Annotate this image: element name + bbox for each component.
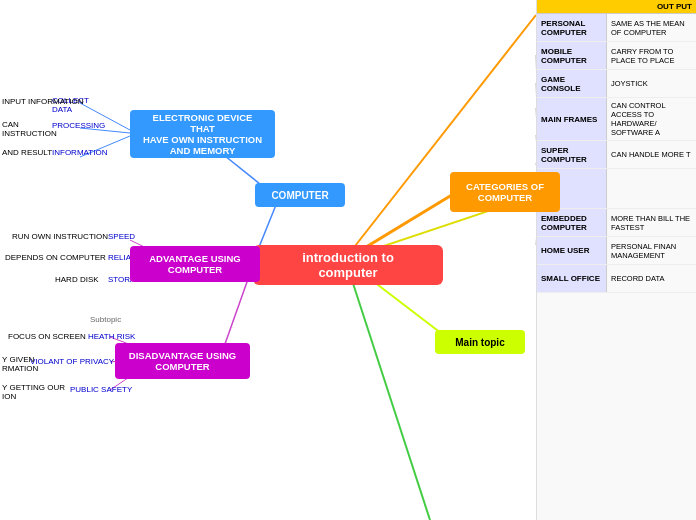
given-rmation-label: Y GIVEN RMATION: [2, 355, 38, 373]
rp-cell-super-right: CAN HANDLE MORE T: [607, 141, 696, 168]
rp-cell-super-left: SUPER COMPUTER: [537, 141, 607, 168]
computer-node[interactable]: COMPUTER: [255, 183, 345, 207]
rp-row-personal: PERSONAL COMPUTER SAME AS THE MEAN OF CO…: [537, 14, 696, 42]
advantage-node[interactable]: ADVANTAGE USING COMPUTER: [130, 246, 260, 282]
rp-cell-mainframes-left: MAIN FRAMES: [537, 98, 607, 140]
getting-our-label: Y GETTING OUR ION: [2, 383, 65, 401]
hard-disk-label: HARD DISK: [55, 275, 99, 284]
speed-label: SPEED: [108, 232, 135, 241]
subtopic-label: Subtopic: [90, 315, 121, 324]
rp-cell-home-left: HOME USER: [537, 237, 607, 264]
rp-cell-personal-left: PERSONAL COMPUTER: [537, 14, 607, 41]
rp-cell-small-office-right: RECORD DATA: [607, 265, 696, 292]
categories-node[interactable]: CATEGORIES OF COMPUTER: [450, 172, 560, 212]
rp-row-super: SUPER COMPUTER CAN HANDLE MORE T: [537, 141, 696, 169]
rp-cell-embedded-left: EMBEDDED COMPUTER: [537, 209, 607, 236]
right-panel: OUT PUT PERSONAL COMPUTER SAME AS THE ME…: [536, 0, 696, 520]
public-safety-label: PUBLIC SAFETY: [70, 385, 132, 394]
heath-risk-label: HEATH RISK: [88, 332, 135, 341]
svg-line-6: [348, 268, 430, 520]
can-instruction-label: CAN INSTRUCTION: [2, 120, 57, 138]
rp-row-mobile: MOBILE COMPUTER CARRY FROM TO PLACE TO P…: [537, 42, 696, 70]
rp-row-small-office: SMALL OFFICE RECORD DATA: [537, 265, 696, 293]
rp-row-game: GAME CONSOLE JOYSTICK: [537, 70, 696, 98]
focus-screen-label: FOCUS ON SCREEN: [8, 332, 86, 341]
rp-cell-embedded-right: MORE THAN BILL THE FASTEST: [607, 209, 696, 236]
output-label: OUT PUT: [537, 0, 696, 14]
rp-cell-mobile-left: MOBILE COMPUTER: [537, 42, 607, 69]
rp-cell-game-right: JOYSTICK: [607, 70, 696, 97]
rp-row-main-frames: MAIN FRAMES CAN CONTROL ACCESS TO HARDWA…: [537, 98, 696, 141]
rp-cell-mainframes-right: CAN CONTROL ACCESS TO HARDWARE/ SOFTWARE…: [607, 98, 696, 140]
rp-row-home: HOME USER PERSONAL FINAN MANAGEMENT: [537, 237, 696, 265]
rp-cell-home-right: PERSONAL FINAN MANAGEMENT: [607, 237, 696, 264]
disadvantage-node[interactable]: DISADVANTAGE USING COMPUTER: [115, 343, 250, 379]
rp-cell-game-left: GAME CONSOLE: [537, 70, 607, 97]
violant-label: VIOLANT OF PRIVACY: [30, 357, 114, 366]
main-topic-label-node[interactable]: Main topic: [435, 330, 525, 354]
mind-map-canvas: introduction to computer COMPUTER ELECTR…: [0, 0, 696, 520]
rp-row-embedded: EMBEDDED COMPUTER MORE THAN BILL THE FAS…: [537, 209, 696, 237]
processing-label: PROCESSING: [52, 121, 105, 130]
and-result-label: AND RESULT: [2, 148, 52, 157]
run-own-label: RUN OWN INSTRUCTION: [12, 232, 108, 241]
svg-line-4: [348, 15, 536, 255]
input-information-label: INPUT INFORMATION: [2, 97, 83, 106]
rp-cell-mobile-right: CARRY FROM TO PLACE TO PLACE: [607, 42, 696, 69]
rp-cell-personal-right: SAME AS THE MEAN OF COMPUTER: [607, 14, 696, 41]
main-topic-node[interactable]: introduction to computer: [253, 245, 443, 285]
rp-cell-small-office-left: SMALL OFFICE: [537, 265, 607, 292]
information-label: INFORMATION: [52, 148, 107, 157]
rp-cell-empty-right: [607, 169, 696, 208]
electronic-node[interactable]: ELECTRONIC DEVICE THAT HAVE OWN INSTRUCT…: [130, 110, 275, 158]
rp-row-empty: [537, 169, 696, 209]
depends-label: DEPENDS ON COMPUTER: [5, 253, 106, 262]
